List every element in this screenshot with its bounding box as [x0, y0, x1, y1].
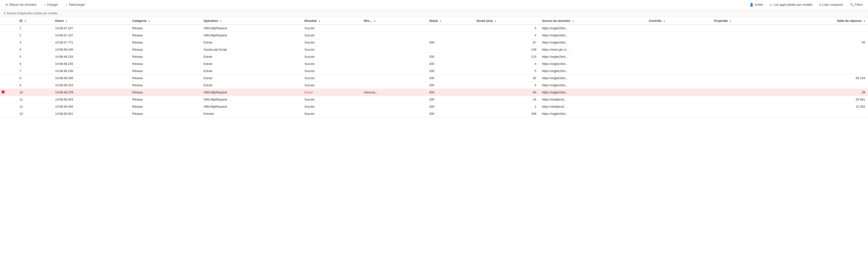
- cell-control: [646, 60, 711, 67]
- cell-category: Réseau: [129, 96, 201, 103]
- table-row[interactable]: 614:58:48.235RéseauExtrairSuccès2004http…: [0, 60, 868, 67]
- cell-result2: [361, 60, 426, 67]
- cell-control: [646, 25, 711, 32]
- cell-time: 14:58:48.453: [52, 96, 129, 103]
- col-datasource[interactable]: Source de données ∨: [539, 17, 646, 25]
- cell-result2: [361, 110, 426, 117]
- cell-id: 9: [17, 82, 52, 89]
- load-label: Charger: [47, 3, 58, 6]
- error-indicator-cell: [0, 25, 17, 32]
- cell-duration: 24: [474, 96, 539, 103]
- cell-property: [711, 53, 782, 60]
- invite-button[interactable]: 👤 Inviter: [748, 2, 765, 8]
- cell-status: 200: [426, 82, 474, 89]
- res2-sort-icon: ∨: [374, 20, 375, 22]
- cell-control: [646, 96, 711, 103]
- table-row[interactable]: 314:58:47.771RéseauExtrairSuccès20087htt…: [0, 39, 868, 46]
- cell-category: Réseau: [129, 60, 201, 67]
- cell-id: 5: [17, 53, 52, 60]
- table-row[interactable]: 1014:58:48.278RéseauXMLHttpRequestErreur…: [0, 89, 868, 96]
- cell-time: 14:58:47.167: [52, 25, 129, 32]
- cell-time: 14:58:50.922: [52, 110, 129, 117]
- cell-time: 14:58:47.167: [52, 32, 129, 39]
- op-sort-icon: ∨: [220, 20, 222, 22]
- cell-duration: 348: [474, 110, 539, 117]
- col-time[interactable]: Heure ∨: [52, 17, 129, 25]
- cell-datasource: https://orgbe1fed...: [539, 67, 646, 75]
- error-indicator-cell: [0, 67, 17, 75]
- col-property[interactable]: Propriété ∨: [711, 17, 782, 25]
- col-control[interactable]: Contrôle ∨: [646, 17, 711, 25]
- cell-category: Réseau: [129, 46, 201, 53]
- clear-label: Effacer les données: [9, 3, 37, 6]
- info-icon: ℹ: [4, 11, 5, 15]
- size-sort-icon: ∨: [864, 20, 865, 22]
- cell-property: [711, 89, 782, 96]
- cell-category: Réseau: [129, 75, 201, 82]
- table-row[interactable]: 914:58:48.324RéseauExtrairSuccès2004http…: [0, 82, 868, 89]
- cell-result: Succès: [302, 103, 361, 110]
- run-model-button[interactable]: ▷ Lire appli pilotée par modèle: [769, 2, 814, 8]
- col-size[interactable]: Taille de réponse ∨: [782, 17, 868, 25]
- cell-duration: 84: [474, 89, 539, 96]
- col-category[interactable]: Catégorie ∨: [129, 17, 201, 25]
- cell-category: Réseau: [129, 53, 201, 60]
- table-row[interactable]: 714:58:48.236RéseauExtrairSuccès2005http…: [0, 67, 868, 75]
- cell-operation: XMLHttpRequest: [201, 89, 302, 96]
- col-duration[interactable]: Durée (ms) ∨: [474, 17, 539, 25]
- cell-datasource: https://orgbe1fed...: [539, 32, 646, 39]
- clear-button[interactable]: ✕ Effacer les données: [4, 2, 38, 8]
- compact-list-button[interactable]: ≡ Liste compacte: [818, 2, 844, 8]
- col-operation[interactable]: Opération ∨: [201, 17, 302, 25]
- cell-datasource: https://orgbe1fed...: [539, 89, 646, 96]
- cell-datasource: https://shellprod...: [539, 96, 646, 103]
- error-indicator-cell: [0, 46, 17, 53]
- cell-operation: Extrair: [201, 60, 302, 67]
- table-row[interactable]: 1214:58:48.494RéseauXMLHttpRequestSuccès…: [0, 103, 868, 110]
- table-row[interactable]: 514:58:48.233RéseauExtrairSuccès200115ht…: [0, 53, 868, 60]
- cell-time: 14:58:48.235: [52, 60, 129, 67]
- table-row[interactable]: 1314:58:50.922RéseauExtraireSuccès200348…: [0, 110, 868, 117]
- cell-result2: [361, 96, 426, 103]
- cell-operation: AssetLoad.Script: [201, 46, 302, 53]
- cell-result2: [361, 39, 426, 46]
- cell-operation: Extrair: [201, 75, 302, 82]
- col-result[interactable]: Résultat ∨: [302, 17, 361, 25]
- cell-duration: 115: [474, 53, 539, 60]
- table-row[interactable]: 814:58:48.296RéseauExtrairSuccès20092htt…: [0, 75, 868, 82]
- col-status[interactable]: Statut ∨: [426, 17, 474, 25]
- cell-control: [646, 53, 711, 60]
- download-button[interactable]: ↓ Télécharger: [64, 2, 87, 8]
- cell-size: [782, 25, 868, 32]
- filter-button[interactable]: 🔍 Filtrer: [848, 2, 864, 8]
- cell-status: 200: [426, 39, 474, 46]
- table-row[interactable]: 1114:58:48.453RéseauXMLHttpRequestSuccès…: [0, 96, 868, 103]
- cell-result2: [361, 46, 426, 53]
- cell-size: 25 991: [782, 96, 868, 103]
- cell-id: 1: [17, 25, 52, 32]
- table-row[interactable]: 114:58:47.167RéseauXMLHttpRequestSuccès5…: [0, 25, 868, 32]
- cell-time: 14:58:48.233: [52, 53, 129, 60]
- stat-sort-icon: ∨: [440, 20, 441, 22]
- error-indicator-cell: [0, 32, 17, 39]
- cell-property: [711, 96, 782, 103]
- cell-datasource: https://shellprod...: [539, 103, 646, 110]
- cell-time: 14:58:48.494: [52, 103, 129, 110]
- error-indicator-cell: [0, 60, 17, 67]
- cell-status: 200: [426, 103, 474, 110]
- col-id[interactable]: ID ∨: [17, 17, 52, 25]
- load-button[interactable]: ↑ Charger: [43, 2, 60, 8]
- invite-label: Inviter: [755, 3, 763, 6]
- cell-result: Succès: [302, 75, 361, 82]
- header-row: ID ∨ Heure ∨ Catégorie ∨ Opération ∨ Rés…: [0, 17, 868, 25]
- col-result2[interactable]: Rés... ∨: [361, 17, 426, 25]
- cell-operation: XMLHttpRequest: [201, 25, 302, 32]
- table-row[interactable]: 214:58:47.167RéseauXMLHttpRequestSuccès4…: [0, 32, 868, 39]
- cell-category: Réseau: [129, 25, 201, 32]
- cell-result2: [361, 103, 426, 110]
- table-row[interactable]: 414:58:48.106RéseauAssetLoad.ScriptSuccè…: [0, 46, 868, 53]
- cell-control: [646, 89, 711, 96]
- cell-size: [782, 32, 868, 39]
- cell-result: Succès: [302, 53, 361, 60]
- cell-control: [646, 46, 711, 53]
